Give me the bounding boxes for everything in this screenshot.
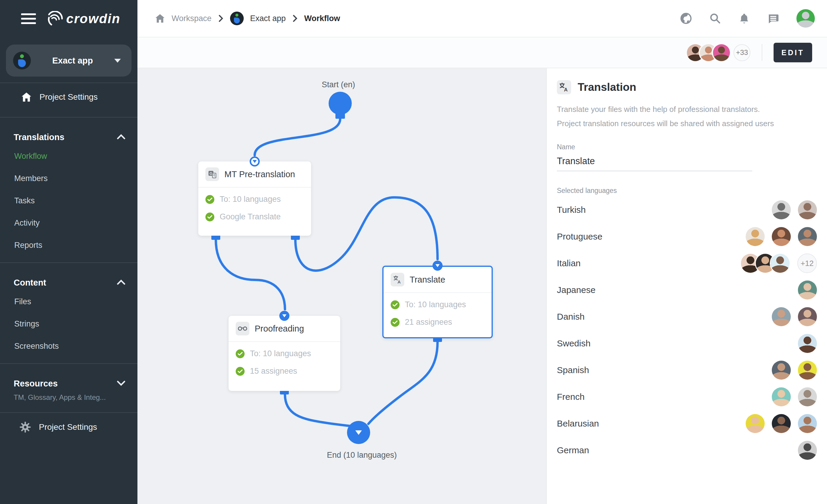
sidebar-item-tasks[interactable]: Tasks (0, 190, 137, 212)
breadcrumb: Workspace Exact app Workflow (155, 11, 340, 25)
check-icon (205, 212, 214, 221)
sidebar-item-project-settings-home[interactable]: Project Settings (0, 83, 137, 111)
node-checks: To: 10 languagesGoogle Translate (198, 188, 311, 233)
project-switcher[interactable]: Exact app (6, 45, 132, 77)
check-icon (391, 318, 399, 327)
user-avatar[interactable] (796, 9, 815, 28)
node-title: Translate (410, 275, 445, 285)
project-name: Exact app (31, 56, 114, 65)
edit-button[interactable]: EDIT (774, 43, 812, 62)
language-row-german[interactable]: German (557, 437, 817, 464)
node-check-row: 15 assignees (236, 366, 333, 376)
participants-more-badge[interactable]: +33 (733, 44, 750, 61)
language-row-turkish[interactable]: Turkish (557, 197, 817, 223)
svg-text:A: A (397, 279, 401, 284)
gear-icon (19, 421, 31, 433)
home-icon (21, 92, 32, 102)
node-check-row: Google Translate (205, 212, 304, 221)
start-node[interactable] (329, 92, 352, 115)
project-logo-icon (13, 52, 31, 69)
assignee-avatar (772, 387, 791, 406)
node-title: Proofreading (255, 324, 304, 334)
sidebar-item-workflow[interactable]: Workflow (0, 145, 137, 167)
home-breadcrumb-icon[interactable] (155, 14, 165, 23)
sidebar-item-files[interactable]: Files (0, 291, 137, 313)
section-title: Translations (14, 133, 64, 142)
assignee-avatar (798, 227, 817, 246)
sidebar-item-activity[interactable]: Activity (0, 212, 137, 234)
assignee-avatar (772, 414, 791, 433)
assignee-avatar (772, 227, 791, 246)
globe-icon[interactable] (680, 12, 692, 24)
language-row-belarusian[interactable]: Belarusian (557, 410, 817, 437)
sidebar-section-content[interactable]: Content (0, 265, 137, 291)
divider (762, 44, 762, 61)
messages-icon[interactable] (767, 12, 779, 24)
language-name: German (557, 445, 589, 455)
workflow-node-translate[interactable]: A Translate To: 10 languages21 assignees (382, 266, 493, 338)
language-name: Turkish (557, 205, 586, 215)
step-details-panel: A Translation Translate your files with … (546, 68, 827, 504)
language-row-japanese[interactable]: Japanese (557, 276, 817, 303)
input-port-icon (250, 156, 260, 166)
breadcrumb-app-icon (230, 11, 244, 25)
sidebar-section-resources[interactable]: Resources (0, 366, 137, 392)
participant-avatar (713, 44, 730, 61)
participants-avatars[interactable] (687, 44, 730, 61)
language-avatars (798, 334, 817, 353)
workflow-toolbar: +33 EDIT (137, 37, 827, 68)
check-label: To: 10 languages (250, 349, 311, 358)
hamburger-menu-icon[interactable] (21, 13, 36, 24)
workflow-canvas[interactable]: Start (en) G ₹ MT Pre-translation To: 10… (137, 68, 546, 504)
panel-description-line: Translate your files with the help of pr… (557, 102, 817, 116)
sidebar-section-translations[interactable]: Translations (0, 120, 137, 145)
language-row-french[interactable]: French (557, 384, 817, 410)
check-label: To: 10 languages (220, 195, 281, 204)
check-icon (236, 349, 245, 358)
assignee-avatar (772, 200, 791, 219)
language-row-italian[interactable]: Italian+12 (557, 250, 817, 276)
chevron-right-icon (292, 14, 298, 22)
end-node-label: End (10 languages) (327, 451, 397, 460)
name-input[interactable] (557, 154, 752, 171)
brand-name: crowdin (66, 11, 120, 26)
workflow-node-mt-pre-translation[interactable]: G ₹ MT Pre-translation To: 10 languagesG… (198, 161, 311, 236)
sidebar-item-reports[interactable]: Reports (0, 234, 137, 256)
node-check-row: To: 10 languages (391, 300, 484, 309)
check-icon (205, 195, 214, 204)
language-row-danish[interactable]: Danish (557, 303, 817, 330)
language-name: Belarusian (557, 418, 599, 429)
language-name: Japanese (557, 285, 595, 295)
assignee-avatar (772, 307, 791, 326)
assignee-avatar (798, 414, 817, 433)
search-icon[interactable] (709, 12, 721, 24)
more-assignees-badge[interactable]: +12 (797, 253, 817, 273)
assignee-avatar (746, 227, 765, 246)
assignee-avatar (746, 414, 765, 433)
bell-icon[interactable] (738, 12, 750, 24)
check-label: To: 10 languages (405, 300, 466, 309)
sidebar-item-strings[interactable]: Strings (0, 313, 137, 335)
language-name: Spanish (557, 365, 589, 375)
chevron-down-icon (117, 381, 126, 387)
section-title: Resources (14, 379, 58, 389)
language-avatars (772, 361, 817, 380)
workflow-node-proofreading[interactable]: Proofreading To: 10 languages15 assignee… (229, 316, 340, 391)
section-title: Content (14, 278, 46, 288)
language-row-spanish[interactable]: Spanish (557, 357, 817, 384)
breadcrumb-workspace[interactable]: Workspace (172, 14, 212, 23)
assignee-avatar (798, 334, 817, 353)
language-avatars (772, 387, 817, 406)
language-row-swedish[interactable]: Swedish (557, 330, 817, 357)
sidebar-home-label: Project Settings (40, 92, 98, 102)
svg-text:G: G (209, 171, 212, 176)
sidebar-item-project-settings-footer[interactable]: Project Settings (0, 413, 137, 441)
sidebar-item-screenshots[interactable]: Screenshots (0, 335, 137, 357)
breadcrumb-app[interactable]: Exact app (250, 14, 286, 23)
crowdin-logo[interactable]: crowdin (47, 11, 120, 27)
sidebar-item-members[interactable]: Members (0, 167, 137, 190)
start-node-label: Start (en) (322, 80, 355, 89)
end-node[interactable] (347, 421, 370, 444)
header-actions (680, 9, 815, 28)
language-row-protuguese[interactable]: Protuguese (557, 223, 817, 250)
